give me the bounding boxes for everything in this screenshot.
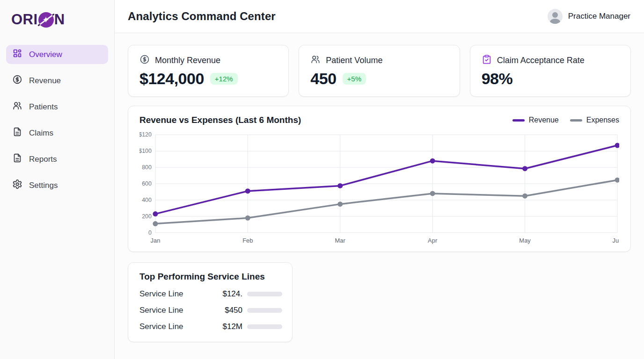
service-line-value: $450 [209, 306, 242, 315]
svg-text:800: 800 [142, 164, 152, 171]
svg-text:May: May [519, 237, 531, 244]
metric-card-claim-acceptance: Claim Acceptance Rate 98% [470, 45, 631, 97]
clipboard-check-icon [482, 54, 492, 66]
dollar-circle-icon [139, 54, 150, 66]
sidebar: ORI✦N Overview Revenue Patients Claims R… [0, 0, 115, 359]
service-line-row: Service Line $12M [139, 322, 281, 331]
sidebar-nav: Overview Revenue Patients Claims Reports… [0, 45, 114, 195]
metric-card-monthly-revenue: Monthly Revenue $124,000 +12% [128, 45, 289, 97]
revenue-expenses-line-chart: 0200400600800$100$120JanFebMarAprMayJun [139, 129, 619, 246]
service-lines-card: Top Performing Service Lines Service Lin… [128, 262, 293, 342]
main-area: Analytics Command Center Practice Manage… [115, 0, 644, 359]
sidebar-item-reports[interactable]: Reports [6, 150, 108, 169]
svg-text:0: 0 [148, 230, 152, 236]
legend-label: Revenue [529, 116, 559, 124]
page-title: Analytics Command Center [128, 10, 276, 23]
service-line-row: Service Line $124. [139, 289, 281, 299]
svg-text:600: 600 [142, 180, 152, 187]
orion-logo: ORI✦N [0, 7, 114, 33]
sidebar-item-label: Settings [29, 181, 58, 190]
sidebar-item-label: Overview [29, 50, 62, 59]
svg-text:$120: $120 [139, 131, 152, 138]
service-line-value: $124. [209, 289, 242, 299]
legend-item-revenue: Revenue [512, 116, 559, 124]
service-lines-title: Top Performing Service Lines [139, 272, 281, 282]
revenue-expenses-card: Revenue vs Expenses (Last 6 Months) Reve… [128, 106, 631, 252]
dashboard-content: Monthly Revenue $124,000 +12% Patient Vo… [115, 33, 644, 354]
svg-text:Mar: Mar [335, 237, 346, 244]
svg-text:$100: $100 [139, 148, 152, 154]
dollar-circle-icon [12, 74, 22, 87]
users-icon [310, 54, 321, 66]
legend-item-expenses: Expenses [570, 116, 619, 124]
trend-badge: +12% [210, 73, 238, 85]
metric-value: 450 [310, 70, 336, 88]
chart-legend: RevenueExpenses [512, 116, 619, 124]
svg-text:200: 200 [142, 213, 152, 220]
service-line-progress-bar [247, 292, 282, 296]
logo-orbit-icon: ✦ [38, 12, 54, 28]
logo-text-left: ORI [11, 11, 38, 28]
metric-cards: Monthly Revenue $124,000 +12% Patient Vo… [128, 45, 631, 97]
sidebar-item-label: Patients [29, 102, 58, 112]
sidebar-item-label: Claims [29, 129, 53, 138]
metric-value: $124,000 [139, 70, 204, 88]
gear-icon [12, 179, 22, 192]
svg-text:Jan: Jan [150, 237, 160, 244]
metric-label: Patient Volume [326, 56, 382, 65]
sidebar-item-label: Revenue [29, 76, 61, 86]
users-icon [12, 101, 22, 113]
top-bar: Analytics Command Center Practice Manage… [115, 0, 644, 33]
chart-title: Revenue vs Expenses (Last 6 Months) [139, 115, 301, 125]
metric-label: Claim Acceptance Rate [497, 56, 585, 65]
user-name: Practice Manager [568, 12, 630, 21]
legend-label: Expenses [586, 116, 619, 124]
svg-text:Apr: Apr [428, 237, 438, 244]
sidebar-item-claims[interactable]: Claims [6, 123, 108, 143]
metric-card-patient-volume: Patient Volume 450 +5% [299, 45, 460, 97]
legend-swatch [512, 119, 525, 122]
legend-swatch [570, 119, 582, 122]
document-icon [12, 153, 22, 165]
logo-text-right: N [54, 11, 65, 28]
sidebar-item-label: Reports [29, 155, 57, 164]
metric-label: Monthly Revenue [155, 56, 220, 65]
dashboard-grid-icon [12, 48, 22, 61]
service-line-progress-bar [247, 324, 282, 329]
service-line-progress-bar [247, 308, 282, 313]
service-line-label: Service Line [139, 322, 209, 331]
service-line-label: Service Line [139, 306, 209, 315]
sidebar-item-patients[interactable]: Patients [6, 97, 108, 116]
document-icon [12, 127, 22, 139]
service-line-label: Service Line [139, 289, 209, 299]
svg-text:Feb: Feb [242, 237, 253, 244]
sidebar-item-revenue[interactable]: Revenue [6, 71, 108, 90]
sidebar-item-overview[interactable]: Overview [6, 45, 108, 64]
avatar [548, 9, 563, 24]
trend-badge: +5% [343, 73, 366, 85]
service-line-value: $12M [209, 322, 242, 331]
metric-value: 98% [482, 70, 513, 88]
user-menu[interactable]: Practice Manager [548, 9, 630, 24]
svg-text:400: 400 [142, 197, 152, 203]
svg-text:Jun: Jun [613, 237, 619, 244]
service-line-row: Service Line $450 [139, 306, 281, 315]
sidebar-item-settings[interactable]: Settings [6, 176, 108, 195]
